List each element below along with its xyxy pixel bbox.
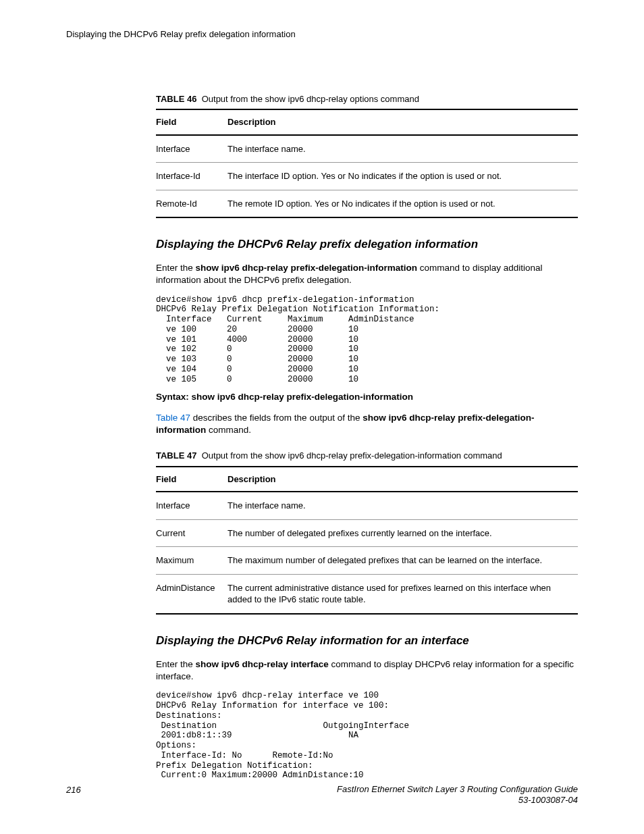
table46-caption-text: Output from the show ipv6 dhcp-relay opt… xyxy=(202,94,419,104)
section1-terminal: device#show ipv6 dhcp prefix-delegation-… xyxy=(156,295,578,385)
section2-heading: Displaying the DHCPv6 Relay information … xyxy=(156,633,578,649)
section2-intro-cmd: show ipv6 dhcp-relay interface xyxy=(196,659,329,669)
table47-head-desc: Description xyxy=(227,467,578,492)
cell-field: Interface xyxy=(156,492,227,519)
table-row: Interface-Id The interface ID option. Ye… xyxy=(156,163,578,190)
cell-desc: The interface name. xyxy=(227,492,578,519)
cell-field: Interface-Id xyxy=(156,163,227,190)
cell-field: Interface xyxy=(156,135,227,163)
page-number: 216 xyxy=(66,784,81,796)
table47-caption-text: Output from the show ipv6 dhcp-relay pre… xyxy=(202,450,502,461)
cell-desc: The interface ID option. Yes or No indic… xyxy=(227,163,578,190)
table-row: Current The number of delegated prefixes… xyxy=(156,519,578,547)
table47: Field Description Interface The interfac… xyxy=(156,466,578,615)
section2-intro: Enter the show ipv6 dhcp-relay interface… xyxy=(156,658,578,683)
table-row: Maximum The maximum number of delegated … xyxy=(156,547,578,575)
section1-intro-cmd: show ipv6 dhcp-relay prefix-delegation-i… xyxy=(196,263,418,273)
section1-syntax: Syntax: show ipv6 dhcp-relay prefix-dele… xyxy=(156,391,578,403)
section1-table-ref: Table 47 describes the fields from the o… xyxy=(156,412,578,436)
table46: Field Description Interface The interfac… xyxy=(156,109,578,218)
running-header: Displaying the DHCPv6 Relay prefix deleg… xyxy=(66,28,578,41)
table-row: Remote-Id The remote ID option. Yes or N… xyxy=(156,190,578,217)
table47-link[interactable]: Table 47 xyxy=(156,413,193,423)
table46-caption: TABLE 46 Output from the show ipv6 dhcp-… xyxy=(156,93,578,105)
cell-desc: The maximum number of delegated prefixes… xyxy=(227,547,578,575)
table47-caption: TABLE 47 Output from the show ipv6 dhcp-… xyxy=(156,450,578,462)
cell-desc: The current administrative distance used… xyxy=(227,574,578,614)
table47-head-field: Field xyxy=(156,467,227,492)
section1-heading: Displaying the DHCPv6 Relay prefix deleg… xyxy=(156,237,578,253)
cell-field: Remote-Id xyxy=(156,190,227,217)
cell-field: Current xyxy=(156,519,227,547)
doc-title: FastIron Ethernet Switch Layer 3 Routing… xyxy=(337,784,578,806)
page-footer: 216 FastIron Ethernet Switch Layer 3 Rou… xyxy=(66,784,578,806)
cell-field: AdminDistance xyxy=(156,574,227,614)
table46-label: TABLE 46 xyxy=(156,94,196,104)
table46-head-field: Field xyxy=(156,109,227,135)
table-row: Interface The interface name. xyxy=(156,492,578,519)
section2-terminal: device#show ipv6 dhcp-relay interface ve… xyxy=(156,691,578,781)
section1-intro: Enter the show ipv6 dhcp-relay prefix-de… xyxy=(156,262,578,286)
cell-desc: The remote ID option. Yes or No indicate… xyxy=(227,190,578,217)
cell-field: Maximum xyxy=(156,547,227,575)
cell-desc: The interface name. xyxy=(227,135,578,163)
cell-desc: The number of delegated prefixes current… xyxy=(227,519,578,547)
table46-head-desc: Description xyxy=(227,109,578,135)
table-row: Interface The interface name. xyxy=(156,135,578,163)
table47-label: TABLE 47 xyxy=(156,450,196,461)
table-row: AdminDistance The current administrative… xyxy=(156,574,578,614)
